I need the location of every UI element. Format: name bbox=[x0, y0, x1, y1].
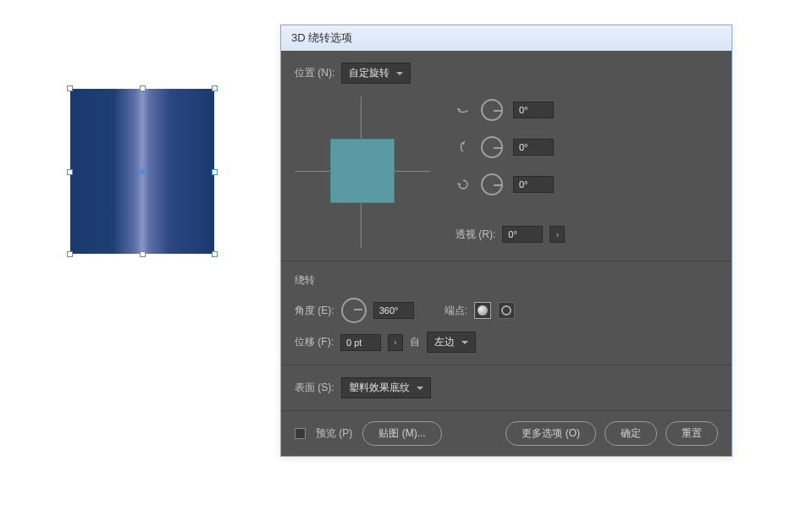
revolve-title: 绕转 bbox=[295, 273, 718, 288]
from-label: 自 bbox=[410, 335, 420, 349]
map-art-button[interactable]: 贴图 (M)... bbox=[362, 421, 441, 446]
selection-handle-ml[interactable] bbox=[67, 169, 73, 175]
perspective-input[interactable] bbox=[502, 226, 543, 243]
cap-label: 端点: bbox=[445, 304, 467, 318]
rotate-y-dial[interactable] bbox=[481, 136, 503, 158]
position-value: 自定旋转 bbox=[349, 66, 389, 80]
from-edge-dropdown[interactable]: 左边 bbox=[427, 332, 476, 353]
rotate-z-dial[interactable] bbox=[481, 173, 503, 195]
angle-dial[interactable] bbox=[341, 298, 367, 323]
from-edge-value: 左边 bbox=[434, 335, 455, 349]
surface-label: 表面 (S): bbox=[295, 381, 334, 395]
selected-object[interactable] bbox=[70, 89, 214, 254]
selection-handle-br[interactable] bbox=[212, 251, 218, 257]
angle-input[interactable] bbox=[373, 302, 414, 319]
rotate-x-icon bbox=[456, 102, 471, 118]
cap-solid-option[interactable] bbox=[474, 302, 491, 319]
selection-handle-tl[interactable] bbox=[67, 85, 73, 91]
rotate-y-icon bbox=[456, 140, 471, 155]
surface-section: 表面 (S): 塑料效果底纹 bbox=[281, 365, 732, 411]
rotate-x-dial[interactable] bbox=[481, 99, 503, 121]
selection-center[interactable] bbox=[140, 169, 145, 174]
rotation-preview[interactable] bbox=[295, 96, 430, 249]
position-section: 位置 (N): 自定旋转 bbox=[281, 51, 732, 261]
cube-face-front[interactable] bbox=[330, 139, 395, 203]
angle-controls: 透视 (R): › bbox=[456, 92, 565, 243]
cap-hollow-icon bbox=[501, 305, 511, 316]
angle-label: 角度 (E): bbox=[295, 304, 334, 318]
revolve-options-dialog: 3D 绕转选项 位置 (N): 自定旋转 bbox=[280, 25, 732, 457]
selection-handle-mr[interactable] bbox=[212, 169, 218, 175]
selection-handle-tr[interactable] bbox=[212, 85, 218, 91]
preview-checkbox[interactable] bbox=[295, 428, 306, 439]
rotate-x-input[interactable] bbox=[513, 102, 554, 118]
rotate-z-input[interactable] bbox=[513, 176, 554, 193]
surface-value: 塑料效果底纹 bbox=[349, 381, 410, 395]
dialog-body: 位置 (N): 自定旋转 bbox=[281, 51, 732, 456]
selection-handle-tm[interactable] bbox=[140, 85, 146, 91]
offset-label: 位移 (F): bbox=[295, 335, 334, 349]
dialog-title[interactable]: 3D 绕转选项 bbox=[281, 25, 732, 51]
rotate-y-input[interactable] bbox=[513, 139, 554, 156]
offset-input[interactable] bbox=[340, 334, 381, 351]
perspective-label: 透视 (R): bbox=[456, 228, 495, 242]
preview-label[interactable]: 预览 (P) bbox=[316, 426, 352, 441]
rotate-z-icon bbox=[456, 177, 471, 192]
revolve-section: 绕转 角度 (E): 端点: 位移 (F): › 自 左边 bbox=[281, 261, 732, 365]
cap-solid-icon bbox=[478, 305, 488, 316]
more-options-button[interactable]: 更多选项 (O) bbox=[505, 421, 596, 446]
position-dropdown[interactable]: 自定旋转 bbox=[341, 63, 411, 84]
perspective-stepper[interactable]: › bbox=[550, 226, 565, 243]
dialog-footer: 预览 (P) 贴图 (M)... 更多选项 (O) 确定 重置 bbox=[281, 411, 732, 456]
selection-handle-bl[interactable] bbox=[67, 251, 73, 257]
position-label: 位置 (N): bbox=[295, 66, 334, 80]
cap-hollow-option[interactable] bbox=[498, 302, 515, 319]
reset-button[interactable]: 重置 bbox=[666, 421, 718, 446]
ok-button[interactable]: 确定 bbox=[605, 421, 657, 446]
offset-stepper[interactable]: › bbox=[388, 334, 403, 351]
surface-dropdown[interactable]: 塑料效果底纹 bbox=[341, 377, 431, 398]
selection-handle-bm[interactable] bbox=[140, 251, 146, 257]
